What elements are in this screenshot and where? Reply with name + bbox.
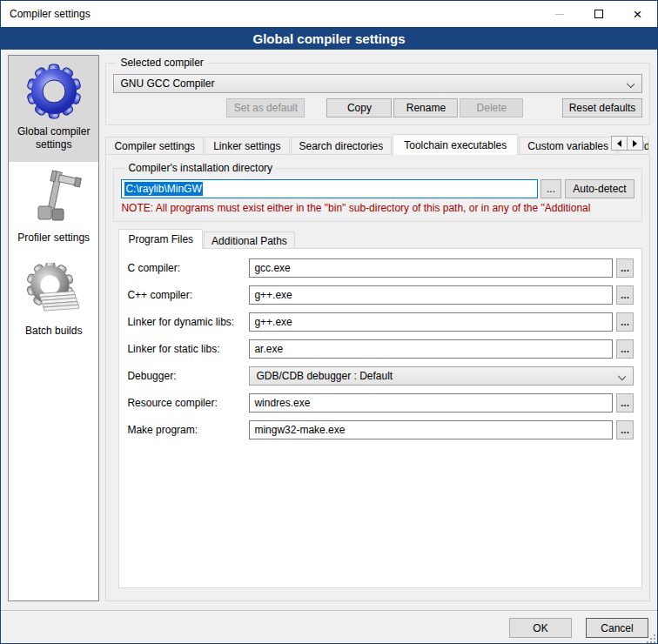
program-files-page: C compiler: ... C++ compiler: ... Linker… [118, 248, 642, 588]
make-program-label: Make program: [127, 424, 249, 436]
dynamic-linker-label: Linker for dynamic libs: [127, 316, 249, 328]
tab-scroll-right-button[interactable] [627, 136, 643, 151]
make-program-browse-button[interactable]: ... [616, 420, 634, 439]
installation-directory-legend: Compiler's installation directory [124, 162, 276, 174]
dialog-footer: OK Cancel [1, 610, 657, 644]
sidebar-item-global-compiler-settings[interactable]: Global compiler settings [9, 56, 98, 162]
minimize-icon [555, 14, 564, 15]
maximize-icon [594, 10, 603, 18]
dynamic-linker-browse-button[interactable]: ... [616, 312, 634, 332]
caliper-icon [26, 170, 82, 225]
tab-custom-variables[interactable]: Custom variables [519, 137, 617, 155]
debugger-row: Debugger: GDB/CDB debugger : Default [127, 366, 634, 386]
tab-scroll-left-button[interactable] [611, 136, 628, 151]
title-bar: Compiler settings × [1, 1, 657, 27]
static-linker-browse-button[interactable]: ... [616, 339, 634, 359]
make-program-input[interactable] [249, 420, 613, 439]
copy-button[interactable]: Copy [326, 98, 392, 117]
resource-compiler-label: Resource compiler: [127, 397, 249, 409]
selected-compiler-legend: Selected compiler [117, 57, 206, 69]
delete-button[interactable]: Delete [460, 98, 523, 117]
dialog-header-title: Global compiler settings [252, 31, 405, 46]
c-compiler-row: C compiler: ... [127, 258, 634, 278]
tab-toolchain-executables[interactable]: Toolchain executables [393, 134, 518, 155]
resource-compiler-row: Resource compiler: ... [127, 393, 634, 413]
minimize-button [540, 1, 579, 27]
sidebar-item-profiler-settings[interactable]: Profiler settings [9, 162, 98, 255]
window-title: Compiler settings [1, 8, 540, 20]
installation-directory-value: C:\raylib\MinGW [124, 182, 202, 196]
make-program-row: Make program: ... [127, 420, 634, 439]
static-linker-input[interactable] [249, 339, 613, 359]
debugger-label: Debugger: [127, 370, 249, 382]
tab-compiler-settings[interactable]: Compiler settings [105, 137, 204, 155]
program-files-notebook: Program Files Additional Paths C compile… [118, 229, 642, 588]
arrow-right-icon [633, 140, 637, 147]
selected-compiler-group: Selected compiler GNU GCC Compiler Set a… [105, 57, 650, 125]
sidebar-item-label: Profiler settings [17, 231, 90, 245]
tab-program-files[interactable]: Program Files [118, 229, 203, 249]
compiler-select-value: GNU GCC Compiler [120, 77, 214, 90]
tab-search-directories[interactable]: Search directories [291, 137, 393, 155]
installation-directory-browse-button[interactable]: ... [540, 179, 561, 198]
cpp-compiler-row: C++ compiler: ... [127, 285, 634, 305]
static-linker-label: Linker for static libs: [127, 343, 249, 355]
auto-detect-button[interactable]: Auto-detect [565, 179, 634, 198]
tab-linker-settings[interactable]: Linker settings [205, 137, 289, 155]
debugger-select-value: GDB/CDB debugger : Default [256, 370, 393, 382]
sidebar-item-label: Global compiler settings [10, 125, 97, 151]
program-files-tabbar: Program Files Additional Paths [118, 229, 642, 249]
debugger-select[interactable]: GDB/CDB debugger : Default [249, 366, 634, 386]
c-compiler-label: C compiler: [127, 262, 249, 274]
cancel-button[interactable]: Cancel [586, 618, 648, 638]
resize-grip[interactable] [647, 634, 655, 643]
c-compiler-browse-button[interactable]: ... [616, 258, 634, 278]
installation-directory-note: NOTE: All programs must exist either in … [121, 202, 634, 214]
cpp-compiler-browse-button[interactable]: ... [616, 285, 634, 305]
settings-category-list: Global compiler settings [8, 55, 99, 601]
rename-button[interactable]: Rename [393, 98, 458, 117]
ok-button[interactable]: OK [509, 618, 572, 638]
chevron-down-icon [627, 80, 634, 88]
sidebar-item-label: Batch builds [25, 325, 82, 338]
dynamic-linker-input[interactable] [249, 312, 613, 332]
arrow-left-icon [617, 140, 621, 147]
sidebar-item-batch-builds[interactable]: Batch builds [9, 255, 98, 348]
compiler-settings-tabbar: Compiler settings Linker settings Search… [105, 134, 650, 155]
close-button[interactable]: × [618, 1, 657, 27]
dialog-header: Global compiler settings [1, 27, 657, 50]
static-linker-row: Linker for static libs: ... [127, 339, 634, 359]
installation-directory-group: Compiler's installation directory C:\ray… [113, 162, 642, 222]
cpp-compiler-input[interactable] [249, 285, 613, 305]
compiler-settings-dialog: Compiler settings × Global compiler sett… [0, 0, 658, 644]
c-compiler-input[interactable] [249, 258, 613, 278]
toolchain-executables-page: Compiler's installation directory C:\ray… [105, 154, 650, 601]
gear-stack-icon [26, 263, 82, 319]
chevron-down-icon [618, 372, 626, 380]
installation-directory-input[interactable]: C:\raylib\MinGW [121, 179, 538, 198]
close-icon: × [634, 7, 642, 22]
reset-defaults-button[interactable]: Reset defaults [562, 98, 642, 117]
dynamic-linker-row: Linker for dynamic libs: ... [127, 312, 634, 332]
cpp-compiler-label: C++ compiler: [127, 289, 249, 301]
tab-additional-paths[interactable]: Additional Paths [204, 231, 295, 249]
maximize-button[interactable] [579, 1, 618, 27]
resource-compiler-browse-button[interactable]: ... [616, 393, 634, 413]
compiler-select[interactable]: GNU GCC Compiler [113, 74, 642, 93]
resource-compiler-input[interactable] [249, 393, 613, 413]
blue-gear-icon [26, 64, 82, 119]
set-as-default-button[interactable]: Set as default [226, 98, 305, 117]
